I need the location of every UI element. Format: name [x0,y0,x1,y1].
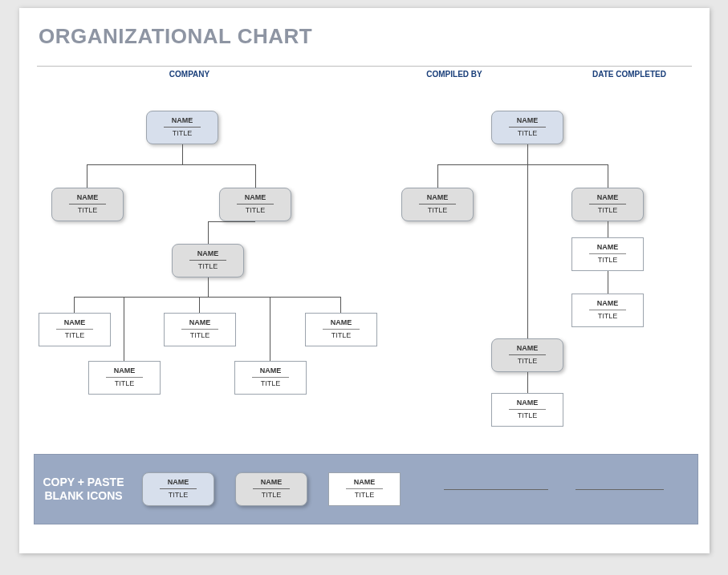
org-node[interactable]: NAME TITLE [146,111,218,144]
node-title: TITLE [402,206,473,214]
connector [208,221,209,244]
org-node[interactable]: NAMETITLE [491,393,563,427]
connector [74,297,340,298]
node-title: TITLE [220,206,291,214]
connector [87,164,87,188]
connector [182,144,183,164]
node-title: TITLE [147,129,218,137]
node-name: NAME [236,478,307,488]
connector [437,164,438,188]
org-node[interactable]: NAMETITLE [234,361,307,395]
node-title: TITLE [89,379,160,387]
org-node[interactable]: NAMETITLE [571,237,644,271]
org-node[interactable]: NAMETITLE [491,111,563,144]
connector [87,164,255,165]
node-title: TITLE [329,491,400,499]
node-name: NAME [173,249,243,259]
org-node[interactable]: NAMETITLE [401,188,474,221]
header-date-completed: DATE COMPLETED [567,70,692,79]
node-title: TITLE [52,206,123,214]
connector [340,297,341,313]
node-divider [253,488,290,489]
connector [527,144,528,164]
palette-label: COPY + PASTE BLANK ICONS [39,455,128,524]
node-name: NAME [165,318,235,328]
palette-connector-long[interactable] [444,489,548,490]
palette-panel: COPY + PASTE BLANK ICONS NAMETITLE NAMET… [34,454,698,524]
node-title: TITLE [572,312,643,320]
node-divider [589,310,626,310]
node-divider [106,377,143,378]
node-name: NAME [492,116,563,126]
node-title: TITLE [306,331,376,339]
node-name: NAME [143,478,214,488]
node-title: TITLE [572,256,643,264]
palette-swatch-gray[interactable]: NAMETITLE [235,472,307,506]
node-title: TITLE [235,379,306,387]
connector [270,297,270,361]
node-name: NAME [220,193,291,203]
node-title: TITLE [492,357,563,365]
node-divider [509,127,546,128]
node-divider [69,204,106,204]
node-divider [509,354,546,355]
node-title: TITLE [39,331,110,339]
connector [255,164,256,188]
node-title: TITLE [492,129,563,137]
org-node[interactable]: NAMETITLE [39,313,111,346]
node-name: NAME [235,366,306,376]
node-divider [419,204,456,204]
org-node[interactable]: NAMETITLE [88,361,161,395]
connector [527,372,528,393]
node-divider [323,329,360,330]
node-name: NAME [572,299,643,309]
node-name: NAME [572,193,643,203]
node-divider [589,204,626,204]
node-name: NAME [306,318,376,328]
node-name: NAME [402,193,473,203]
header-compiled-by: COMPILED BY [342,70,567,79]
node-divider [160,488,197,489]
header-company: COMPANY [37,70,342,79]
palette-swatch-blue[interactable]: NAMETITLE [142,472,214,506]
node-divider [56,329,93,330]
connector [527,164,528,339]
org-node[interactable]: NAMETITLE [571,188,644,221]
connector [437,164,608,165]
connector [74,297,75,313]
page-title: ORGANIZATIONAL CHART [39,24,312,49]
node-name: NAME [52,193,123,203]
org-node[interactable]: NAMETITLE [491,338,563,372]
node-divider [181,329,218,330]
node-divider [589,253,626,254]
node-title: TITLE [165,331,235,339]
org-node[interactable]: NAMETITLE [172,244,244,277]
connector [124,297,124,361]
node-name: NAME [572,243,643,253]
node-name: NAME [492,344,563,354]
org-node[interactable]: NAMETITLE [571,294,644,327]
node-divider [237,204,274,204]
node-divider [346,488,383,489]
node-title: TITLE [492,411,563,419]
node-name: NAME [39,318,110,328]
node-divider [164,127,201,128]
node-title: TITLE [572,206,643,214]
palette-connector-short[interactable] [575,489,664,490]
node-name: NAME [89,366,160,376]
node-name: NAME [492,399,563,408]
node-title: TITLE [143,491,214,499]
node-divider [509,409,546,410]
org-node[interactable]: NAMETITLE [305,313,377,346]
connector [608,164,608,188]
connector [199,297,200,313]
node-divider [189,260,226,261]
org-node[interactable]: NAMETITLE [51,188,124,221]
connector [208,277,209,297]
connector [208,221,255,222]
node-divider [252,377,289,378]
org-node[interactable]: NAMETITLE [219,188,291,221]
document-page: ORGANIZATIONAL CHART COMPANY COMPILED BY… [19,8,710,553]
org-node[interactable]: NAMETITLE [164,313,236,346]
palette-swatch-plain[interactable]: NAMETITLE [328,472,401,506]
